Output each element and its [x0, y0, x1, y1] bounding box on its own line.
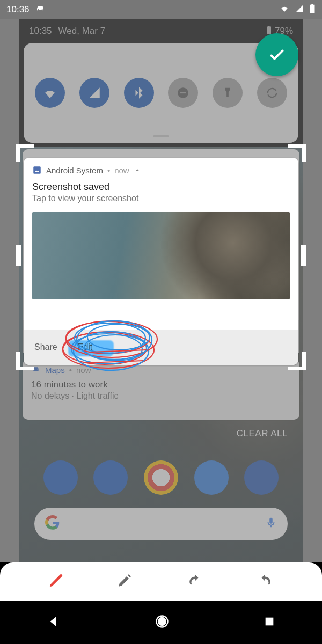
svg-point-8 [87, 324, 150, 350]
crop-handle-tl[interactable] [16, 144, 35, 163]
circle-annotation [39, 308, 179, 367]
marker-tool[interactable] [116, 572, 133, 591]
undo-button[interactable] [186, 574, 204, 590]
crop-handle-mr[interactable] [301, 245, 306, 266]
notif1-time-b: now [114, 166, 129, 175]
nav-home[interactable] [155, 614, 170, 631]
edit-button[interactable]: Edit [77, 333, 92, 342]
notif1-title-b: Screenshot saved [24, 178, 298, 194]
svg-point-7 [75, 323, 145, 353]
svg-rect-21 [265, 618, 273, 626]
wifi-icon [279, 4, 290, 16]
svg-rect-12 [33, 166, 41, 174]
crop-handle-bl[interactable] [16, 351, 35, 370]
confirm-fab[interactable] [255, 33, 298, 76]
nav-recents[interactable] [264, 616, 275, 630]
pen-tool[interactable] [48, 573, 64, 591]
markup-toolbar [0, 562, 322, 601]
svg-rect-10 [16, 245, 21, 266]
system-status-bar: 10:36 [0, 0, 322, 19]
screen-area: 10:35 Wed, Mar 7 79% [0, 19, 322, 562]
status-time: 10:36 [6, 4, 30, 15]
crop-handle-br[interactable] [287, 351, 306, 370]
navigation-bar [0, 601, 322, 644]
screenshot-thumbnail-b[interactable] [32, 212, 290, 299]
notif1-app-b: Android System [46, 166, 103, 175]
car-icon [35, 4, 46, 16]
crop-handle-tr[interactable] [287, 144, 306, 163]
notif1-sub-b: Tap to view your screenshot [24, 194, 298, 209]
sep-b: • [107, 166, 110, 175]
svg-point-20 [158, 618, 166, 625]
crop-handle-ml[interactable] [16, 245, 21, 266]
nav-back[interactable] [47, 614, 61, 631]
redo-button[interactable] [256, 574, 274, 590]
battery-icon [309, 4, 316, 16]
svg-rect-11 [301, 245, 306, 266]
cell-signal-icon [295, 4, 304, 16]
